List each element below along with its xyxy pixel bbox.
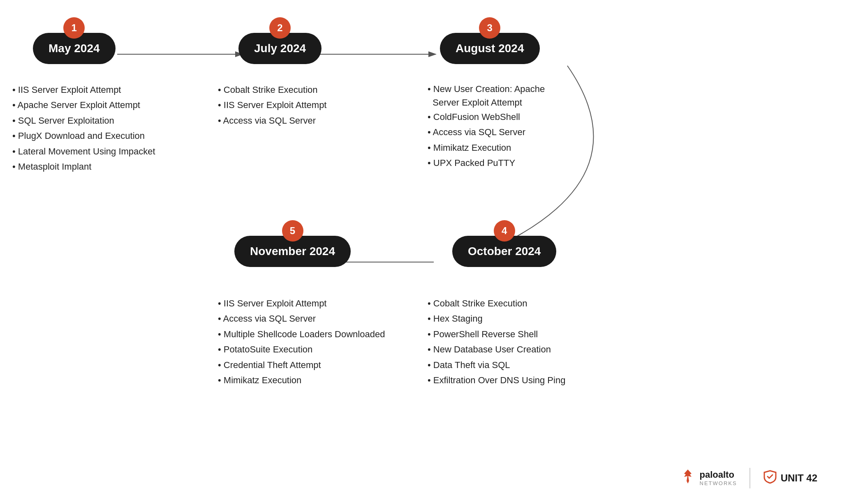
event-item: Multiple Shellcode Loaders Downloaded xyxy=(218,327,385,342)
event-item: IIS Server Exploit Attempt xyxy=(12,82,155,97)
event-item: New User Creation: Apache Server Exploit… xyxy=(428,82,545,109)
branding: paloalto NETWORKS UNIT 42 xyxy=(680,468,817,488)
arrows-svg xyxy=(0,0,842,504)
node-may2024: 1 May 2024 xyxy=(33,25,116,64)
event-item: Data Theft via SQL xyxy=(428,357,565,373)
events-october2024: Cobalt Strike Execution Hex Staging Powe… xyxy=(428,296,565,388)
event-item: Credential Theft Attempt xyxy=(218,357,385,373)
badge-3: 3 xyxy=(479,17,500,39)
event-item: New Database User Creation xyxy=(428,342,565,357)
events-july2024: Cobalt Strike Execution IIS Server Explo… xyxy=(218,82,327,128)
event-item: Exfiltration Over DNS Using Ping xyxy=(428,373,565,388)
event-item: Cobalt Strike Execution xyxy=(218,82,327,97)
node-july2024: 2 July 2024 xyxy=(238,25,322,64)
badge-4: 4 xyxy=(494,220,515,242)
event-item: Access via SQL Server xyxy=(428,124,545,140)
event-item: Lateral Movement Using Impacket xyxy=(12,144,155,159)
event-item: IIS Server Exploit Attempt xyxy=(218,296,385,311)
timeline-container: 1 May 2024 IIS Server Exploit Attempt Ap… xyxy=(0,0,842,504)
node-october2024: 4 October 2024 xyxy=(452,228,556,267)
unit42-logo: UNIT 42 xyxy=(763,469,817,487)
event-item: ColdFusion WebShell xyxy=(428,109,545,124)
event-item: Hex Staging xyxy=(428,311,565,326)
event-item: UPX Packed PuTTY xyxy=(428,155,545,170)
badge-1: 1 xyxy=(63,17,85,39)
event-item: Metasploit Implant xyxy=(12,159,155,174)
node-august2024: 3 August 2024 xyxy=(440,25,540,64)
event-item: Mimikatz Execution xyxy=(218,373,385,388)
event-item: PlugX Download and Execution xyxy=(12,128,155,143)
node-november2024: 5 November 2024 xyxy=(234,228,351,267)
event-item: PotatoSuite Execution xyxy=(218,342,385,357)
paloalto-text: paloalto NETWORKS xyxy=(700,470,737,486)
event-item: SQL Server Exploitation xyxy=(12,113,155,128)
event-item: PowerShell Reverse Shell xyxy=(428,327,565,342)
event-item: Apache Server Exploit Attempt xyxy=(12,97,155,113)
paloalto-logo: paloalto NETWORKS xyxy=(680,469,737,488)
event-item: IIS Server Exploit Attempt xyxy=(218,97,327,113)
events-august2024: New User Creation: Apache Server Exploit… xyxy=(428,82,545,171)
event-item: Access via SQL Server xyxy=(218,311,385,326)
paloalto-icon xyxy=(680,469,696,488)
unit42-text: UNIT 42 xyxy=(781,472,817,484)
events-november2024: IIS Server Exploit Attempt Access via SQ… xyxy=(218,296,385,388)
event-item: Cobalt Strike Execution xyxy=(428,296,565,311)
badge-2: 2 xyxy=(269,17,291,39)
event-item: Mimikatz Execution xyxy=(428,140,545,155)
events-may2024: IIS Server Exploit Attempt Apache Server… xyxy=(12,82,155,174)
badge-5: 5 xyxy=(282,220,303,242)
brand-divider xyxy=(749,468,750,488)
event-item: Access via SQL Server xyxy=(218,113,327,128)
unit42-icon xyxy=(763,469,777,487)
